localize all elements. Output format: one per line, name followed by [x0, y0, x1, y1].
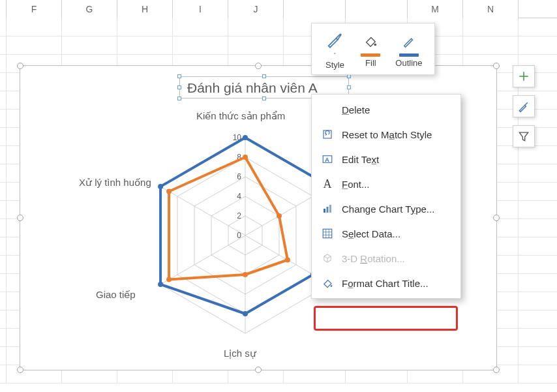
style-label: Style: [325, 60, 344, 70]
svg-rect-29: [327, 207, 329, 213]
ctx-format-chart-title[interactable]: Format Chart Title...Format Chart Title.…: [312, 271, 460, 295]
svg-text:0: 0: [237, 231, 241, 240]
svg-point-22: [166, 277, 172, 282]
col-I[interactable]: I: [173, 0, 228, 18]
svg-point-18: [243, 155, 248, 160]
chart-elements-button[interactable]: [513, 65, 535, 87]
resize-handle[interactable]: [255, 367, 262, 373]
outline-button[interactable]: Outline: [395, 30, 422, 68]
svg-point-21: [243, 272, 248, 277]
col-G[interactable]: G: [62, 0, 117, 18]
svg-point-12: [243, 135, 248, 140]
svg-rect-31: [323, 229, 332, 238]
ctx-3d-rotation: 3-D Rotation...3-D Rotation...: [312, 246, 460, 271]
svg-text:6: 6: [237, 172, 241, 181]
resize-handle[interactable]: [17, 63, 23, 69]
col-M[interactable]: M: [408, 0, 463, 18]
svg-point-36: [331, 285, 333, 287]
ctx-delete[interactable]: DeleteDelete: [312, 97, 460, 122]
chart-type-icon: [321, 202, 334, 215]
ctx-edit-text[interactable]: A Edit TextEdit Text: [312, 147, 460, 172]
funnel-icon: [517, 130, 530, 143]
style-button[interactable]: ˅ Style: [324, 29, 346, 70]
ctx-select-data[interactable]: Select Data...Select Data...: [312, 221, 460, 246]
col-L[interactable]: [346, 0, 408, 18]
context-menu: DeleteDelete Reset to Match StyleReset t…: [311, 94, 461, 299]
reset-icon: [321, 128, 334, 141]
svg-line-5: [160, 187, 245, 235]
svg-text:A: A: [325, 157, 329, 163]
svg-rect-28: [324, 209, 325, 213]
svg-rect-30: [329, 205, 331, 213]
resize-handle[interactable]: [493, 215, 500, 221]
col-K[interactable]: [284, 0, 346, 18]
svg-point-23: [166, 189, 172, 194]
select-data-icon: [321, 227, 334, 240]
svg-point-24: [374, 44, 377, 46]
radar-chart[interactable]: 0246810: [53, 105, 327, 366]
cube-icon: [321, 252, 334, 265]
col-J[interactable]: J: [228, 0, 284, 18]
bucket-icon: [359, 30, 382, 52]
svg-point-19: [277, 213, 282, 219]
mini-toolbar: ˅ Style Fill Outline: [311, 23, 435, 75]
ctx-reset[interactable]: Reset to Match StyleReset to Match Style: [312, 122, 460, 147]
brush-icon: [517, 100, 530, 113]
font-icon: A: [321, 177, 334, 190]
category-label: Giao tiếp: [96, 289, 136, 301]
resize-handle[interactable]: [17, 367, 23, 373]
format-icon: [321, 277, 334, 290]
resize-handle[interactable]: [493, 63, 500, 69]
col-F[interactable]: F: [7, 0, 62, 18]
category-label: Xử lý tình huống: [79, 177, 151, 188]
textbox-icon: A: [321, 153, 334, 166]
resize-handle[interactable]: [255, 63, 262, 69]
svg-rect-25: [324, 130, 331, 138]
pen-icon: [398, 30, 420, 52]
ctx-font[interactable]: A Font...Font...: [312, 172, 460, 196]
ctx-change-chart-type[interactable]: Change Chart Type...Change Chart Type...: [312, 196, 460, 221]
svg-point-15: [243, 311, 248, 316]
col-N[interactable]: N: [463, 0, 519, 18]
resize-handle[interactable]: [493, 367, 500, 373]
category-label: Kiến thức sản phẩm: [196, 110, 285, 122]
chart-filters-button[interactable]: [513, 125, 535, 147]
plus-icon: [517, 70, 530, 83]
svg-text:2: 2: [237, 211, 241, 220]
svg-point-16: [158, 282, 163, 287]
resize-handle[interactable]: [17, 215, 23, 221]
col-H[interactable]: H: [117, 0, 173, 18]
blank-icon: [321, 103, 334, 116]
chart-styles-button[interactable]: [513, 95, 535, 117]
brush-icon: [324, 29, 346, 51]
column-headers: F G H I J M N: [0, 0, 557, 18]
chart-side-buttons: [513, 65, 535, 147]
fill-button[interactable]: Fill: [359, 30, 382, 68]
outline-label: Outline: [395, 58, 422, 68]
fill-label: Fill: [365, 58, 376, 68]
svg-point-17: [158, 184, 163, 189]
category-label: Lịch sự: [224, 348, 256, 359]
svg-text:4: 4: [237, 192, 241, 201]
chart-title[interactable]: Đánh giá nhân viên A: [183, 79, 322, 97]
svg-point-20: [285, 258, 290, 263]
